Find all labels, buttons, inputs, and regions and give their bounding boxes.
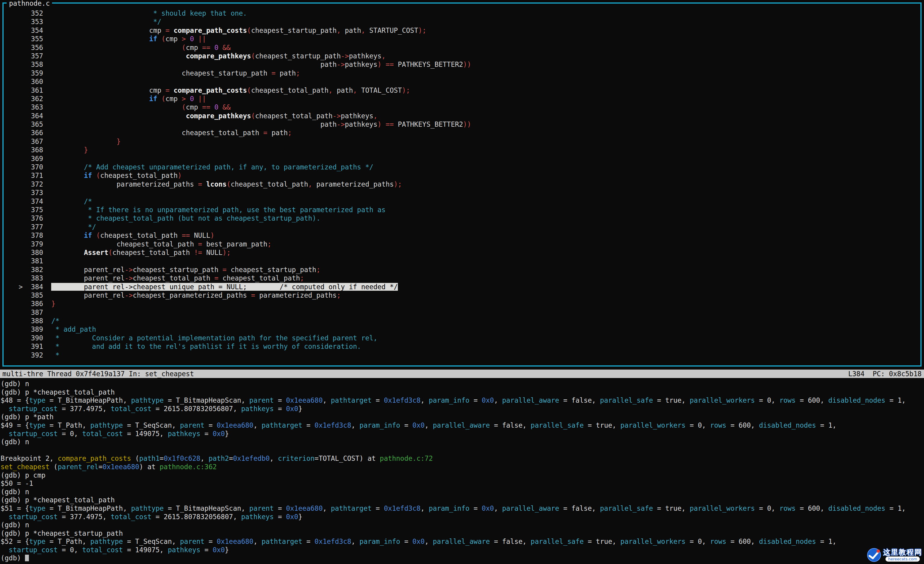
token: ( <box>251 112 255 120</box>
token: startup_cost <box>9 513 58 520</box>
terminal-cursor <box>25 555 29 561</box>
token: param_info <box>429 396 469 404</box>
watermark-text: 这里教程网 hereecats.com <box>883 548 922 562</box>
token: pathtype <box>131 504 164 512</box>
current-line-code: parent_rel->cheapest_unique_path = NULL;… <box>51 283 398 291</box>
source-line: 369 <box>19 154 919 163</box>
token: ) at <box>140 463 160 471</box>
token: ); <box>222 249 231 256</box>
token: parallel_workers <box>620 422 686 429</box>
token: = <box>263 129 272 136</box>
token: ( <box>96 231 100 239</box>
token: = T_BitmapHeapPath, <box>45 504 131 512</box>
token: (gdb) p *cheapest_total_path <box>1 388 115 396</box>
source-line: 385 parent_rel->cheapest_parameterized_p… <box>19 291 919 300</box>
token: path <box>337 86 353 94</box>
code-text: if (cheapest_total_path == NULL) <box>51 231 214 239</box>
token: == <box>202 44 214 51</box>
token: = 377.4975, <box>58 513 111 520</box>
token: ( <box>247 86 251 94</box>
source-line: 370 /* Add cheapest unparameterized path… <box>19 163 919 171</box>
token: NULL <box>194 231 210 239</box>
line-number: 390 <box>19 334 51 342</box>
token: -> <box>333 112 341 120</box>
line-number: 368 <box>19 146 51 154</box>
token: = T_BitmapHeapPath, <box>45 396 131 404</box>
token: ; <box>316 266 321 274</box>
token: (gdb) p *cheapest_total_path <box>1 496 115 504</box>
token: best_param_path <box>206 240 267 248</box>
code-text: if (cheapest_total_path) <box>51 171 182 179</box>
token: total_cost <box>82 546 123 554</box>
token: lcons <box>206 180 226 188</box>
token: > <box>182 35 190 43</box>
token: PATHKEYS_BETTER2 <box>398 60 463 68</box>
line-number: 385 <box>19 291 51 299</box>
token: cheapest_total_path <box>100 171 178 179</box>
line-number: 383 <box>19 274 51 282</box>
line-number: 361 <box>19 86 51 94</box>
console-line: (gdb) <box>1 554 924 562</box>
source-line: 362 if (cmp > 0 || <box>19 94 919 103</box>
line-number: 354 <box>19 27 51 34</box>
token: -> <box>341 52 349 60</box>
token: ( <box>182 103 186 111</box>
token: = T_BitmapHeapScan, <box>164 504 249 512</box>
source-line: 386 } <box>19 300 919 308</box>
token: 0x1efd3c8 <box>315 537 351 545</box>
token: cheapest_startup_path <box>133 266 222 274</box>
source-line: 357 compare_pathkeys(cheapest_startup_pa… <box>19 52 919 60</box>
gdb-console[interactable]: (gdb) n(gdb) p *cheapest_total_path$48 =… <box>0 380 924 562</box>
token: = true, <box>653 396 690 404</box>
token: rows <box>779 504 795 512</box>
token: 0x0 <box>412 537 424 545</box>
token: ; <box>288 129 292 136</box>
token: parent <box>180 537 204 545</box>
token: /* Add cheapest unparameterized path, if… <box>84 163 374 171</box>
line-number: 365 <box>19 120 51 128</box>
source-line: 374 /* <box>19 197 919 206</box>
token: PATHKEYS_BETTER2 <box>398 120 463 128</box>
token: = false, <box>490 422 531 429</box>
code-text: if (cmp > 0 || <box>51 35 206 43</box>
code-text: (cmp == 0 && <box>51 103 231 111</box>
code-text: /* <box>51 197 92 205</box>
token: , <box>328 86 337 94</box>
token: ; <box>337 291 341 299</box>
source-line: 376 * cheapest_total_path (but not as ch… <box>19 214 919 222</box>
token: = T_Path, <box>45 422 90 429</box>
token: = <box>204 422 217 429</box>
token: = T_Path, <box>45 537 90 545</box>
token: rows <box>779 396 795 404</box>
line-number: 376 <box>19 214 51 222</box>
token: cheapest_total_path <box>255 112 333 120</box>
token: = <box>400 422 412 429</box>
token: $50 = -1 <box>1 479 33 487</box>
code-text: parameterized_paths = lcons(cheapest_tot… <box>51 180 402 188</box>
token: NULL <box>206 249 222 256</box>
token: ( <box>50 463 58 471</box>
source-line: 364 compare_pathkeys(cheapest_total_path… <box>19 112 919 120</box>
token: = 0, <box>755 504 779 512</box>
token: path <box>320 60 336 68</box>
token: = T_SeqScan, <box>123 422 180 429</box>
token: = <box>372 396 384 404</box>
line-number: 373 <box>19 189 51 196</box>
line-number: 387 <box>19 309 51 316</box>
token: && <box>222 103 231 111</box>
token: } <box>84 146 88 154</box>
console-line: startup_cost = 377.4975, total_cost = 26… <box>1 405 924 413</box>
token: compare_path_costs <box>58 454 131 462</box>
token: rows <box>710 537 726 545</box>
token <box>1 430 9 438</box>
token: -> <box>124 266 133 274</box>
line-number: 377 <box>19 223 51 231</box>
token: if <box>149 35 157 43</box>
token: ( <box>226 180 231 188</box>
token: = 1, <box>816 422 836 429</box>
code-text: cheapest_total_path = best_param_path; <box>51 240 272 248</box>
token: , <box>322 396 331 404</box>
token: startup_cost <box>9 430 58 438</box>
source-line: 356 (cmp == 0 && <box>19 44 919 52</box>
console-line: $49 = {type = T_Path, pathtype = T_SeqSc… <box>1 422 924 430</box>
